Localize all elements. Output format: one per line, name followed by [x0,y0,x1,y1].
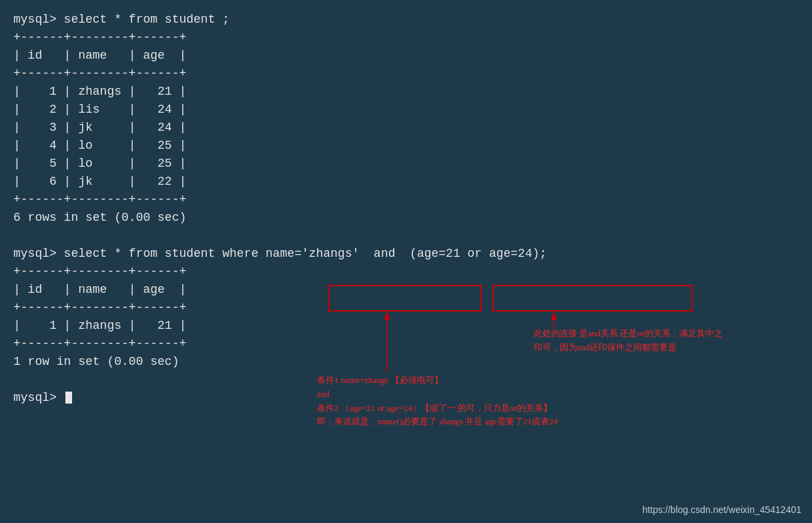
terminal-line-10: | 6 | jk | 22 | [13,173,799,191]
terminal-line-5: | 1 | zhangs | 21 | [13,83,799,101]
terminal-line-9: | 5 | lo | 25 | [13,155,799,173]
annotation-top-right: 此处的连接 是and关系 还是or的关系，满足其中之 印可，因为and还印保件之… [534,327,723,355]
terminal-line-6: | 2 | lis | 24 | [13,101,799,119]
terminal-line-16: | id | name | age | [13,281,799,299]
terminal-line-1: mysql> select * from student ; [13,11,799,29]
terminal-line-2: +------+--------+------+ [13,29,799,47]
cursor-blink [65,392,72,404]
annotation-bottom-left: 条件1 name=zhangs 【必须电可】 and 条件2 （age=21 o… [317,374,558,429]
terminal-line-13 [13,227,799,245]
terminal-window: mysql> select * from student ; +------+-… [0,0,812,418]
terminal-line-11: +------+--------+------+ [13,191,799,209]
terminal-line-7: | 3 | jk | 24 | [13,119,799,137]
terminal-line-14: mysql> select * from student where name=… [13,245,799,263]
terminal-line-12: 6 rows in set (0.00 sec) [13,209,799,227]
terminal-line-15: +------+--------+------+ [13,263,799,281]
terminal-line-20: 1 row in set (0.00 sec) [13,353,799,371]
terminal-line-4: +------+--------+------+ [13,65,799,83]
terminal-line-17: +------+--------+------+ [13,299,799,317]
watermark: https://blog.csdn.net/weixin_45412401 [643,504,801,515]
terminal-line-3: | id | name | age | [13,47,799,65]
terminal-line-8: | 4 | lo | 25 | [13,137,799,155]
